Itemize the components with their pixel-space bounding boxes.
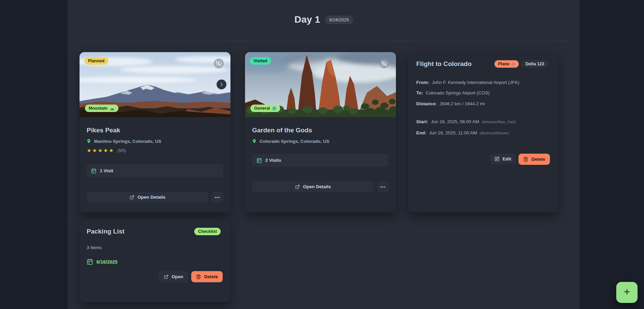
card-title: Garden of the Gods [252, 127, 389, 134]
visits-label: 2 Visits [265, 158, 281, 163]
delete-label: Delete [204, 274, 218, 279]
from-label: From: [416, 80, 429, 85]
external-link-icon [164, 274, 169, 279]
rating-value: (5/5) [117, 148, 126, 153]
rating-row: ★★★★★ (5/5) [87, 147, 223, 154]
checklist-card-packing-list: Packing List Checklist 3 Items 6/16/2025 [80, 220, 230, 302]
place-card-pikes-peak: Planned Mountain [80, 52, 230, 212]
more-options-button[interactable]: ••• [377, 181, 389, 192]
end-value: Jun 16, 2025, 11:00 AM [429, 130, 477, 136]
location-text: Manitou Springs, Colorado, US [94, 139, 161, 144]
transport-type-label: Plane [498, 61, 509, 67]
checklist-actions: Open Delete [158, 271, 223, 282]
category-badge: Mountain [85, 105, 118, 112]
trip-day-page: Day 1 6/16/2025 [0, 0, 644, 309]
page-title: Day 1 [294, 14, 320, 25]
ellipsis-icon: ••• [215, 195, 220, 199]
location-row: Manitou Springs, Colorado, US [87, 138, 223, 144]
items-count: 3 Items [87, 245, 223, 250]
more-options-button[interactable]: ••• [212, 192, 223, 203]
flight-card: Flight to Colorado Plane ✈ Delta 123 Fro… [408, 52, 558, 212]
trash-icon [523, 157, 528, 162]
card-title: Packing List [87, 228, 125, 235]
garden-of-the-gods-photo: Visited General [245, 52, 396, 117]
calendar-icon [257, 158, 262, 163]
edit-label: Edit [503, 156, 511, 161]
hide-image-button[interactable] [214, 59, 224, 68]
to-label: To: [416, 90, 423, 96]
location-text: Colorado Springs, Colorado, US [260, 139, 329, 144]
edit-icon [494, 156, 499, 161]
status-badge: Visited [250, 57, 271, 65]
start-value: Jun 16, 2025, 06:00 AM [431, 119, 479, 125]
from-value: John F. Kennedy International Airport (J… [432, 80, 519, 85]
next-photo-button[interactable] [217, 80, 226, 89]
flight-actions: Edit Delete [490, 154, 550, 165]
card-title: Pikes Peak [87, 127, 223, 134]
header-divider [81, 41, 566, 41]
open-details-button[interactable]: Open Details [252, 181, 374, 192]
transport-type-badge: Plane ✈ [494, 60, 519, 68]
visits-label: 1 Visit [100, 168, 113, 173]
delete-label: Delete [531, 157, 545, 162]
distance-label: Distance: [416, 101, 437, 107]
category-badge-label: General [254, 106, 270, 111]
location-pin-icon [87, 138, 91, 144]
location-pin-icon [252, 138, 257, 144]
visits-row[interactable]: 2 Visits [252, 154, 389, 167]
day-content-panel: Day 1 6/16/2025 [68, 0, 580, 309]
airplane-icon: ✈ [511, 62, 515, 66]
edit-button[interactable]: Edit [490, 154, 516, 164]
date-badge: 6/16/2025 [325, 16, 353, 24]
start-timezone: (America/New_York) [482, 119, 516, 125]
delete-button[interactable]: Delete [191, 271, 223, 282]
status-badge: Planned [84, 57, 108, 65]
checklist-header: Packing List Checklist [87, 228, 223, 235]
flight-badges: Plane ✈ Delta 123 [494, 60, 548, 68]
end-timezone: (America/Denver) [480, 130, 509, 136]
checklist-date: 6/16/2025 [96, 259, 117, 265]
globe-emoji-icon [272, 106, 276, 111]
external-link-icon [295, 184, 300, 189]
pikes-peak-photo: Planned Mountain [80, 52, 230, 117]
card-actions: Open Details ••• [252, 181, 389, 192]
mountain-emoji-icon [110, 106, 115, 111]
card-title: Flight to Colorado [416, 60, 472, 68]
delete-button[interactable]: Delete [518, 154, 550, 165]
eye-off-icon [381, 61, 387, 66]
flight-to-row: To: Colorado Springs Airport (COS) [416, 90, 550, 96]
hide-image-button[interactable] [379, 59, 389, 68]
open-label: Open [172, 274, 183, 279]
checklist-type-badge: Checklist [194, 228, 221, 235]
category-badge-label: Mountain [89, 106, 108, 111]
visits-row[interactable]: 1 Visit [87, 164, 223, 177]
place-card-garden-of-the-gods: Visited General [245, 52, 396, 212]
flight-from-row: From: John F. Kennedy International Airp… [416, 80, 550, 85]
start-label: Start: [416, 119, 428, 125]
calendar-icon [87, 259, 93, 265]
flight-start-row: Start: Jun 16, 2025, 06:00 AM (America/N… [416, 119, 550, 125]
trash-icon [196, 274, 201, 279]
plus-icon: + [624, 286, 630, 298]
eye-off-icon [216, 61, 222, 66]
open-details-label: Open Details [137, 195, 165, 200]
flight-distance-row: Distance: 2646.2 km / 1644.2 mi [416, 101, 550, 107]
checklist-date-row: 6/16/2025 [87, 259, 223, 265]
open-button[interactable]: Open [158, 271, 189, 282]
star-icons: ★★★★★ [87, 147, 114, 154]
add-item-button[interactable]: + [616, 282, 638, 303]
end-label: End: [416, 130, 426, 136]
day-header: Day 1 6/16/2025 [68, 14, 580, 25]
location-row: Colorado Springs, Colorado, US [252, 138, 389, 144]
ellipsis-icon: ••• [380, 185, 385, 189]
card-actions: Open Details ••• [87, 192, 223, 203]
chevron-right-icon [219, 82, 224, 87]
open-details-label: Open Details [303, 184, 331, 189]
category-badge: General [250, 105, 280, 112]
flight-end-row: End: Jun 16, 2025, 11:00 AM (America/Den… [416, 130, 550, 136]
distance-value: 2646.2 km / 1644.2 mi [440, 101, 485, 107]
external-link-icon [130, 195, 134, 200]
open-details-button[interactable]: Open Details [87, 192, 208, 203]
calendar-icon [91, 168, 96, 174]
to-value: Colorado Springs Airport (COS) [426, 90, 490, 96]
